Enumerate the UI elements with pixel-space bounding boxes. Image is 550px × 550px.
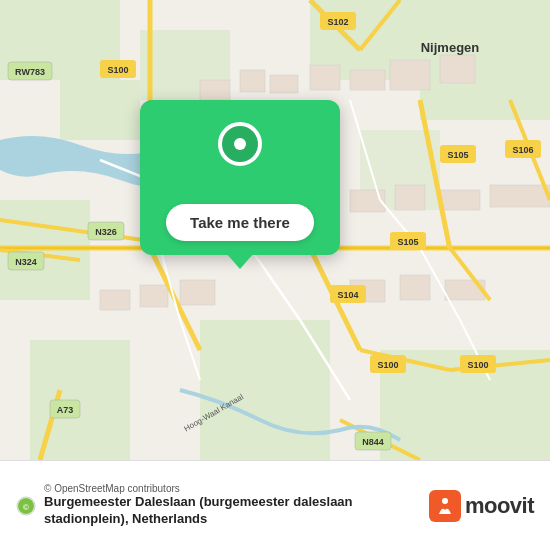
svg-rect-24 [440,190,480,210]
svg-rect-23 [395,185,425,210]
svg-text:N324: N324 [15,257,37,267]
moovit-icon [429,490,461,522]
svg-rect-16 [390,60,430,90]
svg-point-93 [442,498,448,504]
svg-rect-11 [200,80,230,100]
svg-rect-14 [310,65,340,90]
svg-text:S105: S105 [397,237,418,247]
svg-text:Nijmegen: Nijmegen [421,40,480,55]
svg-rect-7 [420,0,550,120]
svg-text:S100: S100 [467,360,488,370]
svg-text:N844: N844 [362,437,384,447]
info-bar: © © OpenStreetMap contributors Burgemees… [0,460,550,550]
svg-rect-26 [100,290,130,310]
svg-rect-17 [440,55,475,83]
svg-rect-12 [240,70,265,92]
svg-text:S105: S105 [447,150,468,160]
popup-card: Take me there [140,100,340,255]
moovit-label: moovit [465,493,534,519]
svg-text:S100: S100 [107,65,128,75]
take-me-there-button[interactable]: Take me there [166,204,314,241]
svg-text:©: © [23,503,29,512]
svg-rect-13 [270,75,298,93]
svg-text:S104: S104 [337,290,358,300]
location-pin [218,122,262,166]
info-bar-left: © © OpenStreetMap contributors Burgemees… [16,483,429,528]
svg-rect-27 [140,285,168,307]
svg-text:S100: S100 [377,360,398,370]
svg-rect-2 [60,80,140,140]
svg-rect-28 [180,280,215,305]
osm-credit: © OpenStreetMap contributors [44,483,429,494]
svg-text:S102: S102 [327,17,348,27]
svg-rect-15 [350,70,385,90]
moovit-logo: moovit [429,490,534,522]
svg-rect-30 [400,275,430,300]
svg-text:S106: S106 [512,145,533,155]
svg-rect-25 [490,185,550,207]
svg-text:A73: A73 [57,405,74,415]
svg-text:N326: N326 [95,227,117,237]
osm-logo: © [16,496,36,516]
location-name: Burgemeester Daleslaan (burgemeester dal… [44,494,429,528]
map-container: S100 S100 S100 S100 S102 S104 S105 S105 … [0,0,550,460]
svg-text:RW783: RW783 [15,67,45,77]
svg-rect-5 [200,320,330,460]
info-text-block: © OpenStreetMap contributors Burgemeeste… [44,483,429,528]
